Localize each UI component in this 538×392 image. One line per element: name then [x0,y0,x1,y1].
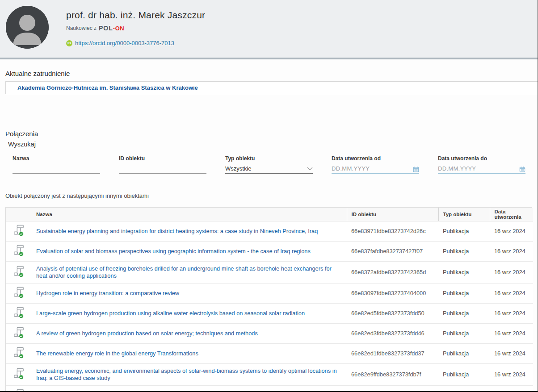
table-row[interactable]: Evaluation of solar and biomass perspect… [6,241,533,261]
object-type: Publikacja [438,323,490,343]
filter-data-do: Data utworzenia do [438,155,525,174]
orcid-row: iD https://orcid.org/0000-0003-3776-7013 [66,40,205,46]
typ-obiektu-select[interactable]: Wszystkie [225,164,313,174]
typ-obiektu-label: Typ obiektu [225,155,313,162]
chevron-down-icon [307,167,313,171]
object-id: 66e82e9ffdbe8327373fdb7f [347,363,438,385]
table-row[interactable]: Large-scale green hydrogen production us… [6,303,533,323]
object-type: Publikacja [438,343,490,363]
nazwa-input[interactable] [13,164,100,174]
date-from-input[interactable] [332,164,419,174]
created-date: 16 wrz 2024 [490,261,533,283]
polon-logo-on: -ON [113,25,124,32]
id-obiektu-input[interactable] [119,164,206,174]
object-id: 66e82ed3fdbe8327373fdd46 [347,323,438,343]
subtitle-prefix: Naukowiec z [66,25,97,31]
publication-scroll-icon [13,224,24,237]
publication-link[interactable]: Large-scale green hydrogen production us… [36,310,305,317]
table-row[interactable]: A review of green hydrogen production ba… [6,323,533,343]
publication-scroll-icon [13,306,24,319]
orcid-icon: iD [66,40,72,46]
header-divider [0,58,538,59]
created-date: 16 wrz 2024 [490,343,533,363]
connections-section: Połączenia Wyszukaj Nazwa ID obiektu Typ… [5,130,538,392]
object-type: Publikacja [438,221,490,241]
column-header-nazwa: Nazwa [32,208,347,221]
column-header-id: ID obiektu [347,208,438,221]
data-od-label: Data utworzenia od [332,155,419,162]
publication-link[interactable]: A review of green hydrogen production ba… [36,330,258,337]
object-type: Publikacja [438,385,490,392]
created-date: 16 wrz 2024 [490,303,533,323]
connections-table: Nazwa ID obiektu Typ obiektu Data utworz… [6,208,533,392]
object-id: 66e82ed1fdbe8327373fdd37 [347,343,438,363]
employment-heading: Aktualne zatrudnienie [5,70,538,77]
object-type: Publikacja [438,363,490,385]
profile-header-text: prof. dr hab. inż. Marek Jaszczur Naukow… [66,10,205,46]
polon-logo: POL-ON [99,25,124,32]
column-header-icon [6,208,32,221]
main-content: Aktualne zatrudnienie Akademia Górniczo-… [0,70,538,392]
typ-obiektu-value: Wszystkie [225,165,252,172]
table-row[interactable]: A review of hydrogen production from bio… [6,385,533,392]
publication-link[interactable]: Analysis of potential use of freezing bo… [36,265,332,279]
date-to-input[interactable] [438,164,525,174]
connections-table-card: Nazwa ID obiektu Typ obiektu Data utworz… [5,207,532,392]
table-row[interactable]: Sustainable energy planning and integrat… [6,221,533,241]
table-row[interactable]: Hydrogen role in energy transition: a co… [6,283,533,303]
created-date: 16 wrz 2024 [490,221,533,241]
publication-scroll-icon [13,265,24,278]
publication-scroll-icon [13,388,24,392]
object-id: 66e83971fdbe83273742d26c [347,221,438,241]
created-date: 16 wrz 2024 [490,241,533,261]
publication-link[interactable]: The renewable energy role in the global … [36,350,198,357]
filter-nazwa: Nazwa [13,155,100,174]
employment-section: Aktualne zatrudnienie Akademia Górniczo-… [5,70,538,94]
data-do-label: Data utworzenia do [438,155,525,162]
publication-scroll-icon [13,244,24,257]
connections-heading: Połączenia [5,130,538,138]
created-date: 16 wrz 2024 [490,283,533,303]
nazwa-label: Nazwa [13,155,100,162]
avatar [6,6,49,49]
created-date: 16 wrz 2024 [490,385,533,392]
publication-link[interactable]: Evaluation of solar and biomass perspect… [36,248,311,254]
calendar-icon[interactable] [413,166,419,172]
publication-scroll-icon [13,346,24,359]
object-id: 66e82ed5fdbe8327373fdd50 [347,303,438,323]
object-id: 66e837fafdbe832737427f07 [347,241,438,261]
publication-link[interactable]: Evaluating energy, economic, and environ… [36,367,337,381]
employment-card[interactable]: Akademia Górniczo-Hutnicza im. Stanisław… [5,81,538,94]
object-id: 66e83097fdbe832737404000 [347,283,438,303]
search-heading: Wyszukaj [8,141,538,148]
id-obiektu-label: ID obiektu [119,155,206,162]
person-icon [6,6,49,49]
object-id: 66e82e78fdbe8327373fda33 [347,385,438,392]
page-title: prof. dr hab. inż. Marek Jaszczur [66,10,205,21]
table-row[interactable]: Analysis of potential use of freezing bo… [6,261,533,283]
filter-typ-obiektu: Typ obiektu Wszystkie [225,155,313,174]
orcid-link[interactable]: https://orcid.org/0000-0003-3776-7013 [75,40,174,46]
table-header-row: Nazwa ID obiektu Typ obiektu Data utworz… [6,208,533,221]
filter-data-od: Data utworzenia od [332,155,419,174]
filter-id-obiektu: ID obiektu [119,155,206,174]
created-date: 16 wrz 2024 [490,323,533,343]
table-row[interactable]: Evaluating energy, economic, and environ… [6,363,533,385]
publication-scroll-icon [13,367,24,380]
institution-link[interactable]: Akademia Górniczo-Hutnicza im. Stanisław… [17,84,198,91]
publication-link[interactable]: Hydrogen role in energy transition: a co… [36,290,179,296]
object-type: Publikacja [438,303,490,323]
calendar-icon[interactable] [519,166,525,172]
column-header-data: Data utworzenia [490,208,533,221]
search-filters: Nazwa ID obiektu Typ obiektu Wszystkie [13,155,538,174]
profile-page: prof. dr hab. inż. Marek Jaszczur Naukow… [0,0,538,392]
profile-header: prof. dr hab. inż. Marek Jaszczur Naukow… [0,0,538,58]
polon-logo-pol: POL [99,25,113,32]
column-header-typ: Typ obiektu [438,208,490,221]
publication-link[interactable]: Sustainable energy planning and integrat… [36,228,318,234]
profile-subtitle: Naukowiec z POL-ON [66,25,205,32]
table-row[interactable]: The renewable energy role in the global … [6,343,533,363]
publication-scroll-icon [13,286,24,299]
object-type: Publikacja [438,241,490,261]
publication-scroll-icon [13,326,24,339]
